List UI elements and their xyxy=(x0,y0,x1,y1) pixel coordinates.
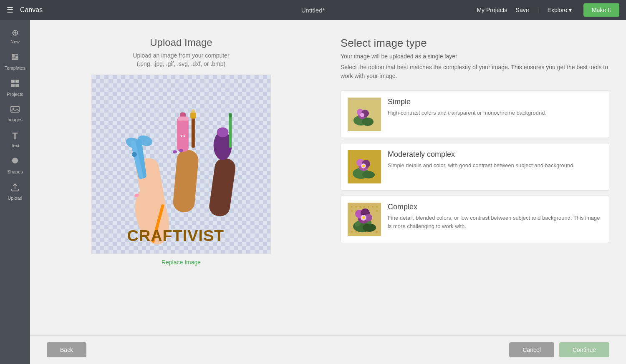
svg-rect-17 xyxy=(172,149,199,213)
explore-link[interactable]: Explore ▾ xyxy=(548,7,572,13)
footer-right: Cancel Continue xyxy=(509,342,609,357)
svg-rect-5 xyxy=(15,80,19,83)
complex-desc: Fine detail, blended colors, or low cont… xyxy=(388,214,602,230)
svg-rect-6 xyxy=(11,84,15,87)
moderate-title: Moderately complex xyxy=(388,150,602,159)
sidebar-item-images[interactable]: Images xyxy=(0,101,30,126)
sidebar-item-projects[interactable]: Projects xyxy=(0,75,30,101)
nav-divider: | xyxy=(537,6,539,14)
simple-title: Simple xyxy=(388,98,602,106)
moderate-content: Moderately complex Simple details and co… xyxy=(388,150,602,170)
simple-content: Simple High-contrast colors and transpar… xyxy=(388,98,602,117)
hamburger-icon[interactable]: ☰ xyxy=(7,5,13,15)
moderate-thumbnail xyxy=(348,150,381,183)
svg-point-65 xyxy=(363,223,376,232)
svg-point-61 xyxy=(351,231,353,233)
svg-point-49 xyxy=(362,165,365,167)
svg-point-62 xyxy=(355,231,357,233)
sidebar-item-upload[interactable]: Upload xyxy=(0,178,30,205)
svg-rect-4 xyxy=(11,80,15,83)
svg-rect-1 xyxy=(15,54,18,55)
svg-rect-22 xyxy=(192,115,195,148)
svg-rect-20 xyxy=(178,117,189,121)
svg-point-26 xyxy=(217,128,229,138)
svg-rect-3 xyxy=(12,58,18,60)
make-it-button[interactable]: Make It xyxy=(583,3,619,17)
svg-point-30 xyxy=(173,150,177,153)
simple-desc: High-contrast colors and transparent or … xyxy=(388,109,602,117)
plus-icon: ⊕ xyxy=(12,28,19,38)
svg-text:★★: ★★ xyxy=(180,134,186,138)
option-complex[interactable]: Complex Fine detail, blended colors, or … xyxy=(341,196,609,243)
craftivist-illustration: ★★ xyxy=(92,75,270,254)
complex-title: Complex xyxy=(388,203,602,211)
sidebar: ⊕ New Templates xyxy=(0,20,30,364)
svg-rect-23 xyxy=(190,113,196,119)
main-content: Upload Image Upload an image from your c… xyxy=(30,20,626,335)
document-title: Untitled* xyxy=(301,7,325,14)
svg-point-56 xyxy=(372,206,374,208)
projects-icon xyxy=(10,79,20,90)
complex-thumbnail xyxy=(348,203,381,236)
back-button[interactable]: Back xyxy=(47,342,86,357)
chevron-down-icon: ▾ xyxy=(569,7,572,13)
svg-point-53 xyxy=(359,206,361,208)
main-layout: ⊕ New Templates xyxy=(0,20,626,364)
sidebar-item-templates[interactable]: Templates xyxy=(0,48,30,75)
svg-point-31 xyxy=(179,149,183,152)
simple-thumbnail xyxy=(348,98,381,131)
svg-rect-8 xyxy=(11,106,19,112)
select-panel: Select image type Your image will be upl… xyxy=(332,37,609,327)
svg-point-60 xyxy=(376,210,378,212)
svg-rect-27 xyxy=(229,115,232,148)
header-nav: My Projects Save | Explore ▾ Make It xyxy=(477,3,619,17)
images-icon xyxy=(10,105,20,115)
svg-rect-28 xyxy=(229,113,232,118)
sidebar-label-new: New xyxy=(10,39,20,44)
text-icon: T xyxy=(12,131,18,141)
select-panel-subtitle: Your image will be uploaded as a single … xyxy=(341,53,609,60)
sidebar-item-new[interactable]: ⊕ New xyxy=(0,23,30,48)
option-moderately-complex[interactable]: Moderately complex Simple details and co… xyxy=(341,143,609,191)
upload-title: Upload Image xyxy=(150,37,212,48)
svg-point-73 xyxy=(362,216,365,219)
continue-button[interactable]: Continue xyxy=(559,342,609,357)
sidebar-item-shapes[interactable]: Shapes xyxy=(0,152,30,178)
select-panel-description: Select the option that best matches the … xyxy=(341,63,609,80)
svg-rect-7 xyxy=(15,84,19,87)
svg-point-55 xyxy=(368,206,369,208)
upload-subtitle: Upload an image from your computer (.png… xyxy=(133,52,229,68)
sidebar-label-text: Text xyxy=(11,143,19,148)
image-preview: ★★ xyxy=(91,75,271,254)
sidebar-item-text[interactable]: T Text xyxy=(0,126,30,152)
upload-icon xyxy=(10,183,20,194)
sidebar-label-templates: Templates xyxy=(5,65,25,70)
svg-rect-2 xyxy=(15,56,18,58)
sidebar-label-projects: Projects xyxy=(7,92,23,97)
templates-icon xyxy=(10,53,20,64)
svg-point-63 xyxy=(376,231,378,233)
svg-text:CRAFTIVIST: CRAFTIVIST xyxy=(127,227,225,244)
select-panel-title: Select image type xyxy=(341,37,609,50)
replace-image-link[interactable]: Replace Image xyxy=(162,259,201,266)
svg-point-52 xyxy=(355,206,357,208)
sidebar-label-images: Images xyxy=(8,117,23,122)
svg-rect-24 xyxy=(208,157,237,218)
app-logo: Canvas xyxy=(20,6,477,14)
svg-point-40 xyxy=(360,113,364,117)
svg-point-54 xyxy=(363,206,365,208)
shapes-icon xyxy=(10,156,20,168)
svg-point-57 xyxy=(376,206,378,208)
upload-panel: Upload Image Upload an image from your c… xyxy=(47,37,332,327)
sidebar-label-shapes: Shapes xyxy=(7,169,23,174)
svg-rect-0 xyxy=(12,54,15,58)
header: ☰ Canvas Untitled* My Projects Save | Ex… xyxy=(0,0,626,20)
option-simple[interactable]: Simple High-contrast colors and transpar… xyxy=(341,90,609,138)
save-link[interactable]: Save xyxy=(516,7,529,13)
moderate-desc: Simple details and color, with good cont… xyxy=(388,161,602,170)
my-projects-link[interactable]: My Projects xyxy=(477,7,507,13)
complex-content: Complex Fine detail, blended colors, or … xyxy=(388,203,602,230)
footer: Back Cancel Continue xyxy=(30,335,626,364)
cancel-button[interactable]: Cancel xyxy=(509,342,554,357)
content-area: Upload Image Upload an image from your c… xyxy=(30,20,626,364)
